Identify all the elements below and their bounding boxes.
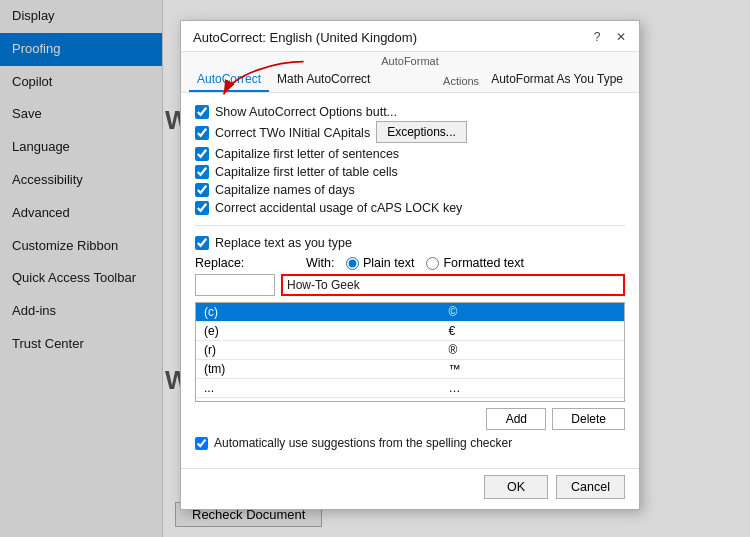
table-cell-replace: ... [196,379,441,398]
formatted-text-option[interactable]: Formatted text [426,256,524,270]
table-row[interactable]: (r) ® [196,341,624,360]
replace-with-header-row: Replace: With: Plain text Formatted text [195,256,625,270]
correct-caps-lock-checkbox[interactable] [195,201,209,215]
table-cell-replace: (r) [196,341,441,360]
add-button[interactable]: Add [486,408,546,430]
show-autocorrect-label: Show AutoCorrect Options butt... [215,105,397,119]
capitalize-table-label: Capitalize first letter of table cells [215,165,398,179]
table-cell-with: € [441,322,624,341]
dialog-title: AutoCorrect: English (United Kingdom) [193,30,417,45]
tab-math-autocorrect[interactable]: Math AutoCorrect [269,69,378,92]
table-cell-with: ™ [441,360,624,379]
autoformat-label: AutoFormat [189,55,631,69]
formatted-text-label: Formatted text [443,256,524,270]
dialog-titlebar: AutoCorrect: English (United Kingdom) ? … [181,21,639,52]
table-row[interactable]: (c) © [196,303,624,322]
table-cell-with: … [441,379,624,398]
tab-autoformat-as-you-type[interactable]: AutoFormat As You Type [483,69,631,92]
replace-label: Replace: [195,256,250,270]
capitalize-sentence-checkbox[interactable] [195,147,209,161]
correct-caps-lock-row: Correct accidental usage of cAPS LOCK ke… [195,199,625,217]
capitalize-days-label: Capitalize names of days [215,183,355,197]
table-cell-replace: (e) [196,322,441,341]
capitalize-sentence-row: Capitalize first letter of sentences [195,145,625,163]
autocorrect-table[interactable]: (c) © (e) € (r) ® (tm) ™ [195,302,625,402]
spelling-label: Automatically use suggestions from the s… [214,436,512,450]
plain-text-option[interactable]: Plain text [346,256,414,270]
replace-text-label: Replace text as you type [215,236,352,250]
capitalize-days-checkbox[interactable] [195,183,209,197]
cancel-button[interactable]: Cancel [556,475,625,499]
dialog-body: Show AutoCorrect Options butt... Correct… [181,93,639,468]
capitalize-table-row: Capitalize first letter of table cells [195,163,625,181]
with-label: With: [306,256,336,270]
capitalize-sentence-label: Capitalize first letter of sentences [215,147,399,161]
add-delete-row: Add Delete [195,408,625,430]
plain-text-radio[interactable] [346,257,359,270]
show-autocorrect-checkbox[interactable] [195,105,209,119]
replace-text-row: Replace text as you type [195,234,625,252]
dialog-overlay: AutoCorrect: English (United Kingdom) ? … [0,0,750,537]
autoformat-tabs: AutoCorrect Math AutoCorrect Actions Aut… [189,69,631,92]
tab-autocorrect[interactable]: AutoCorrect [189,69,269,92]
actions-label: Actions [443,75,479,87]
table-row[interactable]: :( * [196,398,624,403]
radio-group: Plain text Formatted text [346,256,524,270]
capitalize-table-checkbox[interactable] [195,165,209,179]
table-cell-with: © [441,303,624,322]
spelling-checkbox[interactable] [195,437,208,450]
table-cell-with: * [441,398,624,403]
table-cell-replace: :( [196,398,441,403]
capitalize-days-row: Capitalize names of days [195,181,625,199]
correct-two-initial-label: Correct TWo INitial CApitals [215,126,370,140]
with-input[interactable] [281,274,625,296]
table-cell-replace: (c) [196,303,441,322]
exceptions-button[interactable]: Exceptions... [376,121,467,143]
section-divider-1 [195,225,625,226]
table-row[interactable]: (tm) ™ [196,360,624,379]
formatted-text-radio[interactable] [426,257,439,270]
help-button[interactable]: ? [587,27,607,47]
spelling-check-row: Automatically use suggestions from the s… [195,436,625,450]
autoformat-bar: AutoFormat AutoCorrect Math AutoCorrect … [181,52,639,93]
table-cell-replace: (tm) [196,360,441,379]
show-autocorrect-row: Show AutoCorrect Options butt... [195,103,625,121]
correct-caps-lock-label: Correct accidental usage of cAPS LOCK ke… [215,201,462,215]
table-row[interactable]: ... … [196,379,624,398]
replace-inputs-row [195,274,625,296]
ok-button[interactable]: OK [484,475,548,499]
table-cell-with: ® [441,341,624,360]
dialog-footer: OK Cancel [181,468,639,509]
replace-input[interactable] [195,274,275,296]
table-row[interactable]: (e) € [196,322,624,341]
autocorrect-dialog: AutoCorrect: English (United Kingdom) ? … [180,20,640,510]
correct-two-initial-row: Correct TWo INitial CApitals Exceptions.… [195,121,625,145]
dialog-title-buttons: ? ✕ [587,27,631,47]
plain-text-label: Plain text [363,256,414,270]
correct-two-initial-checkbox[interactable] [195,126,209,140]
delete-button[interactable]: Delete [552,408,625,430]
close-button[interactable]: ✕ [611,27,631,47]
autocorrect-table-inner: (c) © (e) € (r) ® (tm) ™ [196,303,624,402]
replace-text-checkbox[interactable] [195,236,209,250]
